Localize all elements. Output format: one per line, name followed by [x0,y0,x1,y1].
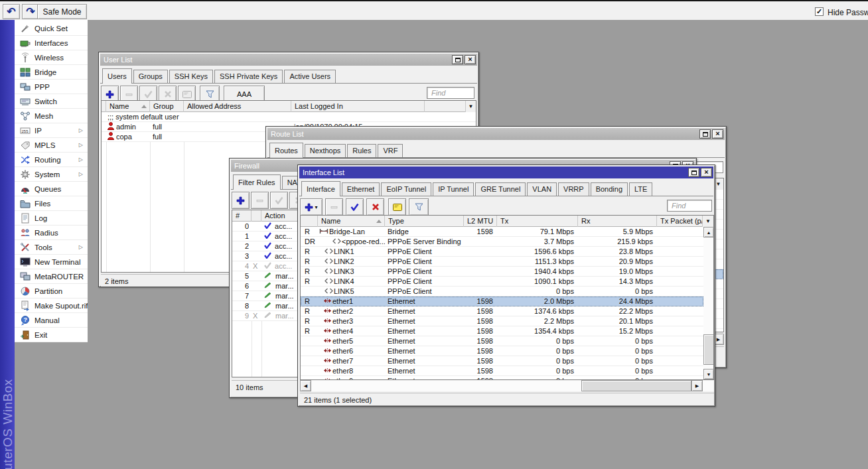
close-button[interactable]: × [712,129,723,139]
safe-mode-button[interactable]: Safe Mode [37,4,87,19]
tab-interface[interactable]: Interface [301,181,340,196]
tab-users[interactable]: Users [102,68,132,84]
column-header[interactable]: # [232,210,252,222]
sidebar-item-exit[interactable]: Exit [15,328,88,342]
column-header[interactable]: Name [318,216,385,227]
sidebar-item-switch[interactable]: Switch [15,94,88,109]
column-menu-button[interactable]: ▼ [702,216,713,227]
tab-active-users[interactable]: Active Users [284,70,336,83]
column-header[interactable]: Group [150,101,184,112]
column-header[interactable]: Last Logged In [291,101,425,112]
close-button[interactable]: × [465,55,476,64]
table-row[interactable]: ether6Ethernet15980 bps0 bps [301,346,703,356]
remove-button[interactable] [251,192,269,209]
sidebar-item-wireless[interactable]: Wireless [15,50,88,65]
sidebar-item-log[interactable]: Log [15,211,88,226]
column-header[interactable] [252,210,261,222]
scroll-down-button[interactable]: ▼ [703,369,714,379]
interface-list-titlebar[interactable]: Interface List [299,167,713,178]
scroll-left-button[interactable]: ◀ [300,380,311,391]
tab-eoip-tunnel[interactable]: EoIP Tunnel [381,182,431,196]
column-header[interactable]: Type [385,216,464,227]
sidebar-item-new-terminal[interactable]: New Terminal [15,255,88,269]
sidebar-item-radius[interactable]: Radius [15,226,88,240]
sidebar-item-ip[interactable]: 255IP▷ [15,123,88,138]
find-input[interactable]: Find [427,87,474,99]
table-row[interactable]: RLINK1PPPoE Client1596.6 kbps23.8 Mbps [301,247,703,257]
sidebar-item-ppp[interactable]: PPP [15,80,88,94]
enable-button[interactable] [346,198,364,216]
column-menu-button[interactable]: ▼ [465,101,476,112]
tab-ip-tunnel[interactable]: IP Tunnel [433,182,474,196]
sidebar-item-system[interactable]: System▷ [15,167,88,182]
column-header[interactable]: Name [106,101,150,112]
sidebar-item-interfaces[interactable]: Interfaces [15,36,88,50]
column-header[interactable]: Tx [497,216,578,227]
table-row[interactable]: ether8Ethernet15980 bps0 bps [301,366,703,376]
enable-button[interactable] [270,192,288,209]
sidebar-item-routing[interactable]: Routing▷ [15,153,88,167]
sidebar-item-tools[interactable]: Tools▷ [15,240,88,255]
scroll-right-button[interactable]: ▶ [691,380,703,391]
table-row[interactable]: RLINK3PPPoE Client1940.4 kbps19.0 Mbps [301,267,703,277]
table-row[interactable]: Rether2Ethernet15981374.6 kbps22.2 Mbps [301,306,703,316]
tab-groups[interactable]: Groups [133,70,168,83]
filter-button[interactable] [409,198,429,216]
tab-gre-tunnel[interactable]: GRE Tunnel [475,182,526,196]
sidebar-item-mesh[interactable]: Mesh [15,109,88,123]
sidebar-item-make-supout-rif[interactable]: Make Supout.rif [15,299,88,313]
close-button[interactable]: × [701,168,712,177]
tab-ssh-private-keys[interactable]: SSH Private Keys [214,70,283,83]
add-button[interactable] [232,192,250,209]
remove-button[interactable] [325,198,343,216]
interface-list-hscrollbar[interactable]: ◀▶ [300,380,714,391]
add-button[interactable]: ▾ [300,198,323,216]
table-row[interactable]: RLINK4PPPoE Client1090.1 kbps14.3 Mbps [301,277,703,287]
column-header[interactable]: Allowed Address [184,101,291,112]
tab-rules[interactable]: Rules [347,144,376,157]
sidebar-item-partition[interactable]: Partition [15,284,88,299]
scroll-thumb[interactable] [703,334,714,365]
table-row[interactable]: DR<pppoe-red...PPPoE Server Binding3.7 M… [301,237,703,247]
tab-vrf[interactable]: VRF [378,144,403,157]
sidebar-item-quick-set[interactable]: Quick Set [15,21,88,36]
tab-vlan[interactable]: VLAN [527,182,557,196]
maximize-button[interactable] [452,55,463,64]
sidebar-item-files[interactable]: Files [15,196,88,211]
tab-vrrp[interactable]: VRRP [558,182,589,196]
tab-ethernet[interactable]: Ethernet [342,182,380,196]
tab-nexthops[interactable]: Nexthops [305,144,346,157]
table-row[interactable]: LINK5PPPoE Client0 bps0 bps [301,287,703,297]
table-row-comment[interactable]: ;;; system default user [102,112,476,122]
maximize-button[interactable] [699,129,711,139]
tab-lte[interactable]: LTE [629,182,652,196]
user-list-titlebar[interactable]: User List [100,54,477,66]
tab-routes[interactable]: Routes [269,143,303,158]
table-row[interactable]: RLINK2PPPoE Client1151.3 kbps20.9 Mbps [301,257,703,267]
column-header[interactable] [425,101,466,112]
scroll-up-button[interactable]: ▲ [703,227,714,237]
table-row[interactable]: Rether1Ethernet15982.0 Mbps24.4 Mbps [301,297,703,306]
table-row[interactable]: RBridge-LanBridge159879.1 Mbps5.9 Mbps [301,227,703,237]
sidebar-item-manual[interactable]: ?Manual [15,313,88,328]
table-row[interactable]: Rether3Ethernet15982.2 Mbps20.1 Mbps [301,316,703,326]
tab-filter-rules[interactable]: Filter Rules [233,174,281,190]
sidebar-item-queues[interactable]: Queues [15,182,88,196]
table-row[interactable]: ether5Ethernet15980 bps0 bps [301,336,703,346]
column-header[interactable] [102,101,106,112]
maximize-button[interactable] [688,168,699,177]
column-header[interactable]: L2 MTU [464,216,497,227]
column-header[interactable] [301,216,318,227]
route-list-titlebar[interactable]: Route List [267,128,725,140]
tab-bonding[interactable]: Bonding [591,182,628,196]
comment-button[interactable] [388,198,406,216]
sidebar-item-bridge[interactable]: Bridge [15,65,88,80]
column-header[interactable]: Tx Packet (p/ [657,216,703,227]
find-input[interactable]: Find [667,200,712,212]
tab-ssh-keys[interactable]: SSH Keys [169,70,213,83]
hide-password-checkbox[interactable]: ✓ [815,7,824,16]
column-header[interactable]: Rx [578,216,657,227]
sidebar-item-mpls[interactable]: MPLS▷ [15,138,88,153]
scroll-thumb[interactable] [581,380,691,391]
undo-button[interactable]: ↶ [3,4,20,19]
